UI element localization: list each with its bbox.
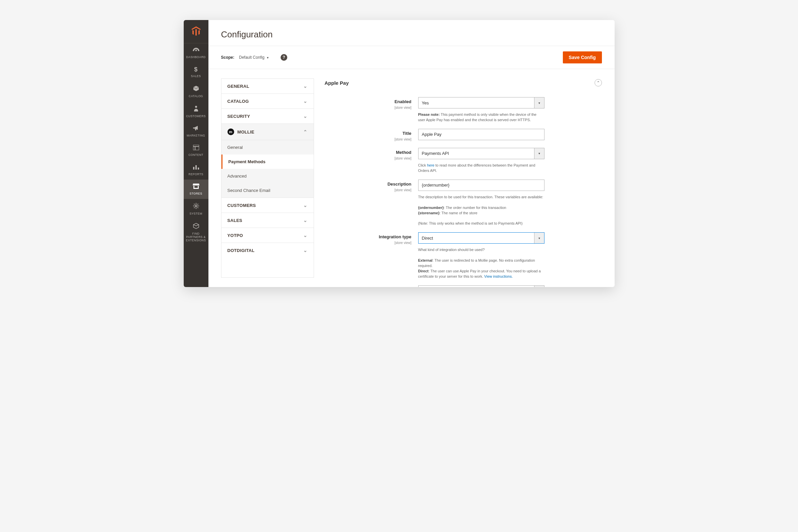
section-title: Apple Pay [325,80,349,86]
config-nav-label: SECURITY [228,114,250,119]
note-text: : The user is redirected to a Mollie pag… [418,258,535,268]
section-header[interactable]: Apple Pay ⌃ [325,78,602,97]
note-key: External [418,258,433,262]
note-strong: Please note: [418,113,440,116]
field-hint: [store view] [395,137,412,141]
sidebar-item-content[interactable]: CONTENT [184,141,208,160]
note-text: What kind of integration should be used? [418,247,544,253]
collapse-icon[interactable]: ⌃ [595,79,602,87]
admin-window: DASHBOARD $ SALES CATALOG CUSTOMERS MARK… [184,20,615,287]
config-nav-mollie-sub: General Payment Methods Advanced Second … [221,140,314,198]
sidebar-item-system[interactable]: SYSTEM [184,199,208,219]
config-nav-yotpo[interactable]: YOTPO ⌄ [221,228,314,243]
view-instructions-link[interactable]: View instructions. [484,274,513,278]
config-nav-general[interactable]: GENERAL ⌄ [221,79,314,94]
svg-point-7 [195,205,197,207]
config-nav-customers[interactable]: CUSTOMERS ⌄ [221,198,314,213]
sidebar-label: MARKETING [187,134,205,137]
config-nav-label: DOTDIGITAL [228,248,255,253]
magento-logo-icon [191,26,201,37]
sidebar-label: CATALOG [189,94,203,98]
note-text: : The order number for this transaction [444,206,506,210]
caret-down-icon: ▾ [534,286,544,287]
sidebar-label: CUSTOMERS [186,114,206,118]
sidebar-label: SALES [191,74,201,78]
config-nav-label: GENERAL [228,84,250,89]
title-input[interactable] [418,129,544,140]
sidebar-item-dashboard[interactable]: DASHBOARD [184,43,208,62]
sidebar-item-customers[interactable]: CUSTOMERS [184,101,208,121]
toolbar: Scope: Default Config ▾ ? Save Config [208,46,615,69]
content-row: GENERAL ⌄ CATALOG ⌄ SECURITY ⌄ m MOLLIE [208,69,615,287]
enabled-select[interactable]: Yes ▾ [418,97,544,109]
chevron-down-icon: ⌄ [303,113,307,119]
caret-down-icon: ▾ [534,97,544,108]
chevron-down-icon: ⌄ [303,248,307,253]
sidebar-item-marketing[interactable]: MARKETING [184,121,208,141]
field-label: Enabled [325,99,412,104]
scope-switcher[interactable]: Default Config ▾ [239,54,275,61]
config-nav-sales[interactable]: SALES ⌄ [221,213,314,228]
integration-note: What kind of integration should be used?… [418,247,544,279]
magento-logo[interactable] [184,20,208,43]
field-integration-type: Integration type [store view] Direct ▾ [325,232,602,245]
config-sub-advanced[interactable]: Advanced [221,169,314,183]
sidebar-item-partners[interactable]: FIND PARTNERS & EXTENSIONS [184,219,208,246]
description-input[interactable] [418,179,544,191]
note-text: Click [418,163,427,167]
scope-value: Default Config [239,55,265,60]
field-label: Integration type [325,234,412,239]
note-text: : The user can use Apple Pay in your che… [418,269,541,278]
help-icon[interactable]: ? [280,54,287,61]
sidebar-label: FIND PARTNERS & EXTENSIONS [185,232,207,242]
integration-type-select[interactable]: Direct ▾ [418,232,544,244]
enabled-note: Please note: This payment method is only… [418,112,544,123]
save-config-button[interactable]: Save Config [563,51,602,63]
cube-icon [193,86,199,92]
method-note-link[interactable]: here [427,163,434,167]
svg-rect-6 [198,168,199,170]
select-value: Direct [422,235,433,241]
note-text: The description to be used for this tran… [418,194,544,200]
note-var-key: {storename} [418,211,440,215]
field-hint: [store view] [395,188,412,192]
sidebar-label: STORES [190,192,202,195]
config-sub-general[interactable]: General [221,140,314,154]
config-nav-dotdigital[interactable]: DOTDIGITAL ⌄ [221,243,314,258]
sidebar-label: REPORTS [188,173,203,176]
storefront-icon [193,184,199,190]
config-nav-label: YOTPO [228,233,243,238]
config-nav-mollie[interactable]: m MOLLIE ⌃ [221,124,314,140]
partners-icon [193,223,199,230]
config-nav-catalog[interactable]: CATALOG ⌄ [221,94,314,109]
sidebar-item-catalog[interactable]: CATALOG [184,81,208,101]
config-sub-second-chance[interactable]: Second Chance Email [221,183,314,197]
caret-down-icon: ▾ [534,148,544,159]
chevron-down-icon: ⌄ [303,98,307,104]
sidebar-label: DASHBOARD [186,55,205,59]
sidebar-item-stores[interactable]: STORES [184,179,208,199]
config-nav-label: MOLLIE [237,130,255,134]
sidebar-item-sales[interactable]: $ SALES [184,62,208,81]
main-content: Configuration Scope: Default Config ▾ ? … [208,20,615,287]
gear-icon [193,203,199,210]
gauge-icon [193,48,199,53]
field-hint: [store view] [395,156,412,160]
chevron-up-icon: ⌃ [303,129,307,134]
sidebar-label: CONTENT [188,153,203,156]
applicable-countries-select[interactable]: All Allowed Countries ▾ [418,285,544,287]
form-panel: Apple Pay ⌃ Enabled [store view] Yes ▾ [314,78,602,278]
layout-icon [193,145,199,151]
chevron-down-icon: ⌄ [303,83,307,89]
sidebar-item-reports[interactable]: REPORTS [184,160,208,179]
config-nav-label: CUSTOMERS [228,203,256,208]
note-var-key: {ordernumber} [418,206,444,210]
select-value: Yes [422,100,429,106]
field-applicable-countries: Payment from Applicable Countries [store… [325,285,602,287]
svg-point-0 [195,106,197,108]
method-select[interactable]: Payments API ▾ [418,148,544,159]
config-nav-security[interactable]: SECURITY ⌄ [221,109,314,124]
chevron-down-icon: ⌄ [303,233,307,238]
config-sub-payment-methods[interactable]: Payment Methods [221,154,314,169]
field-label: Title [325,131,412,136]
